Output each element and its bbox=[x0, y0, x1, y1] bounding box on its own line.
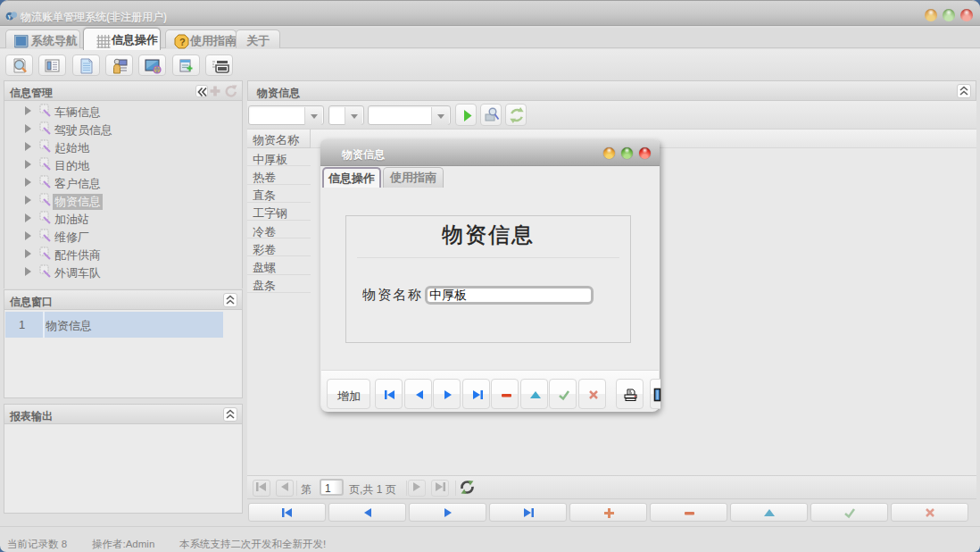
svg-text:y: y bbox=[8, 13, 12, 21]
svg-text:?: ? bbox=[179, 37, 186, 47]
